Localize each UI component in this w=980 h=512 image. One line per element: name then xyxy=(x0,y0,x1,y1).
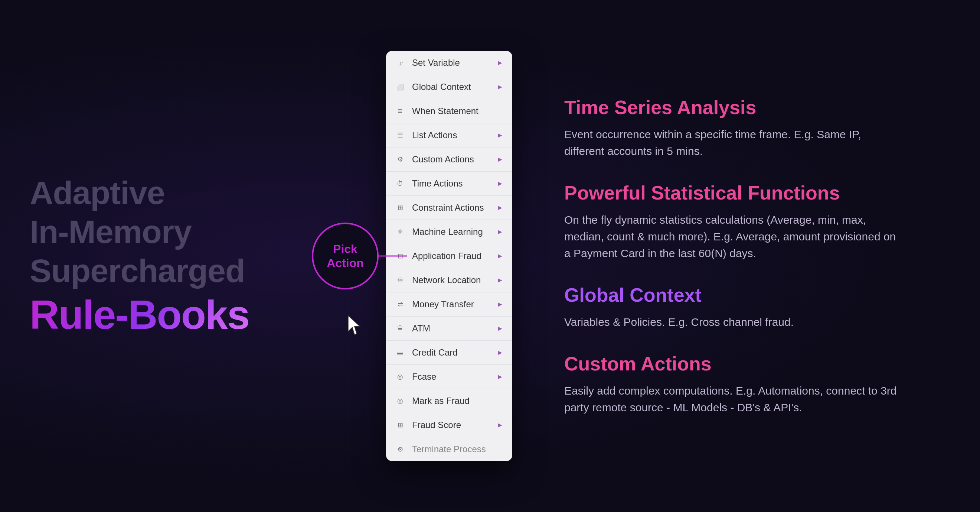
menu-item-when-statement-label: When Statement xyxy=(412,106,503,116)
left-section: Adaptive In-Memory Supercharged Rule-Boo… xyxy=(30,175,290,337)
fraud-score-icon xyxy=(395,420,406,430)
list-actions-icon xyxy=(395,130,406,140)
menu-item-when-statement[interactable]: When Statement xyxy=(386,99,512,123)
tagline: Adaptive In-Memory Supercharged Rule-Boo… xyxy=(30,175,267,337)
menu-section-4: Fcase ► Mark as Fraud Fraud Score ► Term… xyxy=(386,365,512,461)
menu-section-3: Machine Learning ► Application Fraud ► N… xyxy=(386,220,512,365)
feature-time-series-title: Time Series Analysis xyxy=(564,96,898,118)
global-context-icon xyxy=(395,82,406,92)
tagline-rulebooks: Rule-Books xyxy=(30,292,267,337)
menu-item-custom-actions[interactable]: Custom Actions ► xyxy=(386,147,512,172)
menu-item-list-actions[interactable]: List Actions ► xyxy=(386,123,512,147)
feature-time-series-desc: Event occurrence within a specific time … xyxy=(564,126,898,160)
menu-item-list-actions-label: List Actions xyxy=(412,130,494,140)
credit-card-icon xyxy=(395,348,406,358)
list-actions-arrow: ► xyxy=(497,132,503,139)
constraint-actions-icon xyxy=(395,203,406,213)
application-fraud-arrow: ► xyxy=(497,252,503,260)
menu-item-money-transfer[interactable]: Money Transfer ► xyxy=(386,292,512,317)
menu-item-global-context-label: Global Context xyxy=(412,82,494,92)
time-actions-icon xyxy=(395,179,406,189)
tagline-inmemory: In-Memory xyxy=(30,214,267,250)
menu-item-atm[interactable]: ATM ► xyxy=(386,317,512,341)
menu-section-2: List Actions ► Custom Actions ► Time Act… xyxy=(386,123,512,220)
menu-item-time-actions[interactable]: Time Actions ► xyxy=(386,172,512,196)
pick-action-container: PickAction xyxy=(312,223,379,289)
menu-section-1: Set Variable ► Global Context ► When Sta… xyxy=(386,51,512,123)
menu-item-set-variable[interactable]: Set Variable ► xyxy=(386,51,512,75)
feature-global-context-title: Global Context xyxy=(564,284,898,306)
mark-fraud-icon xyxy=(395,396,406,406)
menu-item-fcase[interactable]: Fcase ► xyxy=(386,365,512,389)
menu-item-machine-learning-label: Machine Learning xyxy=(412,226,494,237)
menu-item-fraud-score[interactable]: Fraud Score ► xyxy=(386,413,512,437)
money-transfer-arrow: ► xyxy=(497,301,503,308)
menu-item-atm-label: ATM xyxy=(412,323,494,333)
constraint-actions-arrow: ► xyxy=(497,204,503,212)
machine-learning-arrow: ► xyxy=(497,228,503,236)
menu-item-machine-learning[interactable]: Machine Learning ► xyxy=(386,220,512,244)
pick-action-line xyxy=(377,256,407,257)
atm-arrow: ► xyxy=(497,325,503,333)
fcase-arrow: ► xyxy=(497,373,503,381)
fcase-icon xyxy=(395,372,406,382)
right-section: Time Series Analysis Event occurrence wi… xyxy=(527,96,950,416)
feature-statistical: Powerful Statistical Functions On the fl… xyxy=(564,182,898,262)
menu-item-network-location[interactable]: Network Location ► xyxy=(386,268,512,292)
set-variable-arrow: ► xyxy=(497,59,503,67)
menu-item-constraint-actions-label: Constraint Actions xyxy=(412,203,494,213)
main-layout: Adaptive In-Memory Supercharged Rule-Boo… xyxy=(0,0,980,512)
credit-card-arrow: ► xyxy=(497,349,503,357)
feature-time-series: Time Series Analysis Event occurrence wi… xyxy=(564,96,898,160)
menu-item-set-variable-label: Set Variable xyxy=(412,57,494,68)
feature-custom-actions: Custom Actions Easily add complex comput… xyxy=(564,352,898,416)
menu-item-network-location-label: Network Location xyxy=(412,275,494,286)
pick-action-circle[interactable]: PickAction xyxy=(312,223,379,289)
svg-marker-0 xyxy=(348,316,360,334)
menu-item-constraint-actions[interactable]: Constraint Actions ► xyxy=(386,196,512,220)
menu-item-application-fraud-label: Application Fraud xyxy=(412,251,494,261)
menu-item-global-context[interactable]: Global Context ► xyxy=(386,75,512,99)
menu-item-credit-card-label: Credit Card xyxy=(412,348,494,358)
feature-statistical-title: Powerful Statistical Functions xyxy=(564,182,898,204)
network-location-icon xyxy=(395,275,406,286)
tagline-adaptive: Adaptive xyxy=(30,175,267,211)
time-actions-arrow: ► xyxy=(497,180,503,188)
when-statement-icon xyxy=(395,106,406,116)
feature-statistical-desc: On the fly dynamic statistics calculatio… xyxy=(564,211,898,262)
custom-actions-icon xyxy=(395,154,406,164)
fraud-score-arrow: ► xyxy=(497,421,503,429)
menu-item-terminate-label: Terminate Process xyxy=(412,444,503,455)
pick-action-label: PickAction xyxy=(327,242,364,271)
menu-item-credit-card[interactable]: Credit Card ► xyxy=(386,341,512,365)
network-location-arrow: ► xyxy=(497,276,503,284)
menu-item-time-actions-label: Time Actions xyxy=(412,179,494,189)
menu-item-money-transfer-label: Money Transfer xyxy=(412,299,494,309)
menu-item-custom-actions-label: Custom Actions xyxy=(412,154,494,164)
money-transfer-icon xyxy=(395,299,406,309)
feature-custom-actions-desc: Easily add complex computations. E.g. Au… xyxy=(564,382,898,416)
feature-global-context-desc: Variables & Policies. E.g. Cross channel… xyxy=(564,314,898,330)
terminate-icon xyxy=(395,444,406,455)
feature-custom-actions-title: Custom Actions xyxy=(564,352,898,375)
menu-item-fraud-score-label: Fraud Score xyxy=(412,420,494,430)
menu-item-terminate[interactable]: Terminate Process xyxy=(386,437,512,461)
global-context-arrow: ► xyxy=(497,83,503,91)
custom-actions-arrow: ► xyxy=(497,156,503,163)
menu-item-mark-fraud[interactable]: Mark as Fraud xyxy=(386,389,512,413)
set-variable-icon xyxy=(395,57,406,68)
feature-global-context: Global Context Variables & Policies. E.g… xyxy=(564,284,898,330)
menu-item-mark-fraud-label: Mark as Fraud xyxy=(412,396,503,406)
tagline-supercharged: Supercharged xyxy=(30,253,267,289)
menu-item-fcase-label: Fcase xyxy=(412,372,494,382)
machine-learning-icon xyxy=(395,226,406,237)
atm-icon xyxy=(395,323,406,333)
